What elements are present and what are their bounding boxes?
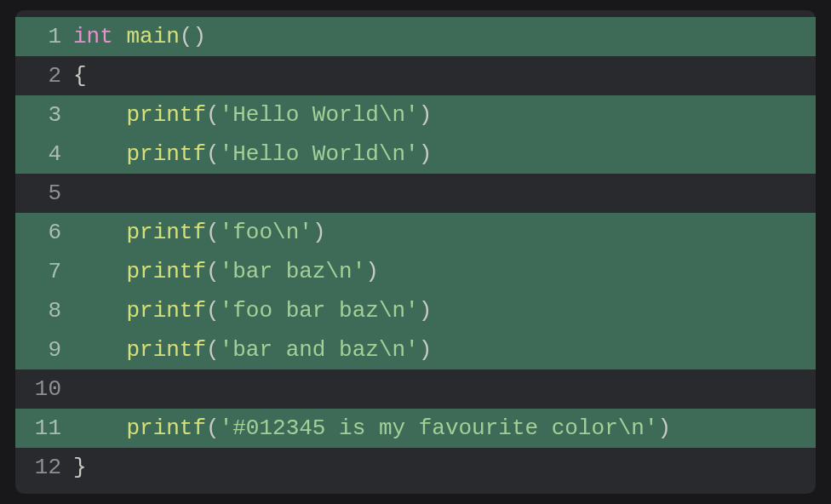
token: printf <box>126 220 206 245</box>
code-line: 1int main() <box>15 17 816 56</box>
token: ) <box>419 102 433 128</box>
code-content: int main() <box>73 17 816 56</box>
code-line: 3 printf('Hello World\n') <box>15 95 816 135</box>
line-number: 4 <box>15 135 73 174</box>
token: printf <box>126 102 206 128</box>
code-content: } <box>73 448 816 487</box>
token: () <box>180 24 206 49</box>
code-line: 10 <box>15 369 816 409</box>
token: ( <box>206 220 220 245</box>
indent <box>73 141 126 167</box>
indent <box>73 298 126 324</box>
token: ( <box>206 298 220 324</box>
code-line: 11 printf('#012345 is my favourite color… <box>15 409 816 448</box>
code-line: 6 printf('foo\n') <box>15 213 816 252</box>
code-content: printf('#012345 is my favourite color\n'… <box>73 409 816 448</box>
token: 'foo\n' <box>220 220 312 245</box>
indent <box>73 102 126 128</box>
token: '#012345 is my favourite color\n' <box>220 415 658 441</box>
token: printf <box>126 415 206 441</box>
token: ) <box>365 259 379 284</box>
line-number: 2 <box>15 56 73 95</box>
token: ( <box>206 337 220 363</box>
line-number: 8 <box>15 291 73 330</box>
line-number: 3 <box>15 95 73 135</box>
token: ) <box>312 220 326 245</box>
token: ( <box>206 259 220 284</box>
code-line: 12} <box>15 448 816 487</box>
code-line: 4 printf('Hello World\n') <box>15 135 816 174</box>
token: printf <box>126 259 206 284</box>
line-number: 10 <box>15 369 73 409</box>
token: ) <box>419 298 433 324</box>
line-number: 1 <box>15 17 73 56</box>
code-content: printf('foo bar baz\n') <box>73 291 816 330</box>
token: ( <box>206 415 220 441</box>
code-content: printf('Hello World\n') <box>73 95 816 135</box>
token: ) <box>419 337 433 363</box>
code-block: 1int main()2{3 printf('Hello World\n')4 … <box>15 10 816 494</box>
line-number: 12 <box>15 448 73 487</box>
indent <box>73 415 126 441</box>
token: 'Hello World\n' <box>220 102 419 128</box>
code-line: 9 printf('bar and baz\n') <box>15 330 816 369</box>
token <box>113 24 127 49</box>
line-number: 7 <box>15 252 73 291</box>
token: 'bar and baz\n' <box>220 337 419 363</box>
line-number: 11 <box>15 409 73 448</box>
code-content: printf('bar baz\n') <box>73 252 816 291</box>
code-line: 5 <box>15 174 816 213</box>
token: printf <box>126 141 206 167</box>
code-content: printf('Hello World\n') <box>73 135 816 174</box>
indent <box>73 259 126 284</box>
token: ( <box>206 102 220 128</box>
token: ) <box>419 141 433 167</box>
token: 'bar baz\n' <box>220 259 366 284</box>
code-content: printf('bar and baz\n') <box>73 330 816 369</box>
line-number: 6 <box>15 213 73 252</box>
token: main <box>126 24 179 49</box>
code-content: printf('foo\n') <box>73 213 816 252</box>
line-number: 9 <box>15 330 73 369</box>
token: printf <box>126 337 206 363</box>
code-content: { <box>73 56 816 95</box>
code-line: 2{ <box>15 56 816 95</box>
indent <box>73 337 126 363</box>
code-line: 7 printf('bar baz\n') <box>15 252 816 291</box>
token: 'Hello World\n' <box>220 141 419 167</box>
token: printf <box>126 298 206 324</box>
code-line: 8 printf('foo bar baz\n') <box>15 291 816 330</box>
token: int <box>73 24 113 49</box>
token: ( <box>206 141 220 167</box>
token: 'foo bar baz\n' <box>220 298 419 324</box>
indent <box>73 220 126 245</box>
token: ) <box>658 415 672 441</box>
token: } <box>73 455 87 480</box>
token: { <box>73 63 87 89</box>
line-number: 5 <box>15 174 73 213</box>
